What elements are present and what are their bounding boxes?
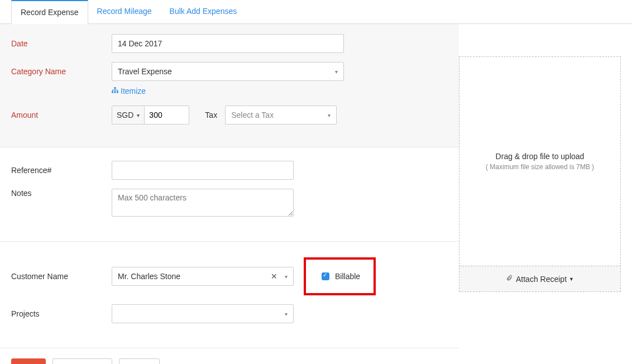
- label-customer-name: Customer Name: [11, 272, 112, 281]
- currency-value: SGD: [117, 111, 133, 119]
- itemize-label: Itemize: [121, 87, 146, 95]
- section-customer: Customer Name Mr. Charles Stone ✕ ▾ Bill…: [0, 241, 459, 348]
- tabs-bar: Record Expense Record Mileage Bulk Add E…: [0, 0, 632, 24]
- billable-label: Billable: [335, 272, 360, 281]
- label-date: Date: [11, 39, 112, 48]
- notes-textarea[interactable]: [112, 189, 294, 217]
- svg-rect-0: [114, 87, 116, 89]
- reference-input[interactable]: [112, 161, 294, 180]
- label-projects: Projects: [11, 309, 112, 318]
- billable-highlight-box: Billable: [304, 257, 376, 295]
- label-amount: Amount: [11, 111, 112, 119]
- chevron-down-icon: ▾: [328, 112, 331, 118]
- category-select[interactable]: Travel Expense ▾: [112, 62, 344, 81]
- itemize-link[interactable]: Itemize: [112, 87, 146, 95]
- chevron-down-icon: ▾: [335, 69, 338, 75]
- svg-rect-1: [112, 92, 113, 93]
- attach-receipt-label: Attach Receipt: [516, 275, 567, 284]
- caret-down-icon: ▼: [569, 276, 574, 282]
- chevron-down-icon: ▾: [285, 311, 288, 317]
- svg-rect-3: [117, 92, 118, 93]
- section-reference-notes: Reference# Notes: [0, 147, 459, 241]
- label-notes: Notes: [11, 189, 112, 198]
- close-icon[interactable]: ✕: [271, 272, 277, 281]
- cancel-button[interactable]: Cancel: [119, 358, 160, 364]
- tab-record-mileage[interactable]: Record Mileage: [88, 0, 161, 23]
- drop-area-subtext: ( Maximum file size allowed is 7MB ): [486, 163, 594, 171]
- billable-checkbox[interactable]: [322, 272, 329, 280]
- currency-select[interactable]: SGD ▾: [112, 106, 145, 124]
- save-button[interactable]: Save: [11, 358, 46, 364]
- tax-select[interactable]: Select a Tax ▾: [225, 106, 337, 124]
- chevron-down-icon: ▾: [285, 274, 288, 280]
- attach-receipt-button[interactable]: Attach Receipt ▼: [459, 266, 620, 291]
- chevron-down-icon: ▾: [137, 112, 140, 118]
- paperclip-icon: [506, 274, 513, 284]
- customer-select[interactable]: Mr. Charles Stone ✕ ▾: [112, 267, 294, 286]
- amount-input[interactable]: [145, 106, 189, 124]
- category-select-value: Travel Expense: [118, 67, 172, 76]
- receipt-drop-area[interactable]: Drag & drop file to upload ( Maximum fil…: [459, 57, 620, 266]
- receipt-upload-panel: Drag & drop file to upload ( Maximum fil…: [459, 56, 621, 292]
- section-actions: Save Save & New Cancel: [0, 348, 459, 364]
- label-reference: Reference#: [11, 166, 112, 175]
- customer-select-value: Mr. Charles Stone: [118, 272, 180, 281]
- label-category-name: Category Name: [11, 67, 112, 76]
- label-tax: Tax: [205, 111, 217, 119]
- date-input[interactable]: [112, 34, 344, 53]
- tax-select-placeholder: Select a Tax: [231, 111, 274, 119]
- sitemap-icon: [112, 87, 118, 95]
- projects-select[interactable]: ▾: [112, 304, 294, 323]
- tab-bulk-add-expenses[interactable]: Bulk Add Expenses: [161, 0, 246, 23]
- tab-record-expense[interactable]: Record Expense: [11, 0, 88, 24]
- section-expense-header: Date Category Name Travel Expense ▾: [0, 24, 459, 147]
- drop-area-text: Drag & drop file to upload: [496, 152, 585, 161]
- save-and-new-button[interactable]: Save & New: [52, 358, 112, 364]
- svg-rect-2: [114, 92, 116, 93]
